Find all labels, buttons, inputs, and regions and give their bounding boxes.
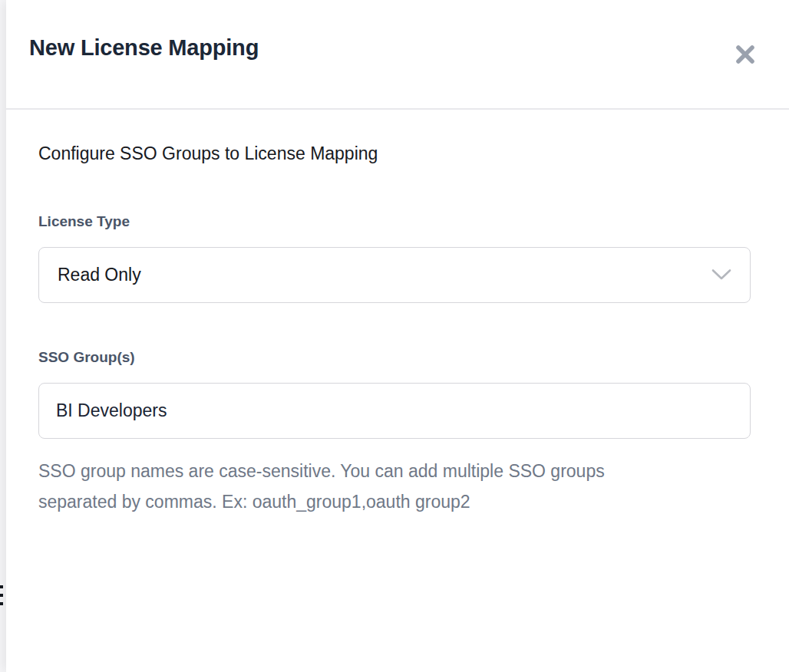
modal-header: New License Mapping: [6, 0, 789, 110]
clipped-list-icon-dash: [0, 594, 3, 597]
sso-groups-help-text: SSO group names are case-sensitive. You …: [38, 456, 687, 517]
modal-description: Configure SSO Groups to License Mapping: [38, 143, 751, 164]
sso-groups-label: SSO Group(s): [38, 349, 751, 366]
chevron-down-icon: [711, 265, 731, 285]
clipped-list-icon-dash: [0, 602, 3, 605]
clipped-list-icon-dash: [0, 585, 3, 588]
modal-title: New License Mapping: [29, 35, 259, 61]
license-type-field-group: License Type Read Only: [38, 213, 751, 303]
license-type-label: License Type: [38, 213, 751, 230]
close-icon: [734, 57, 757, 68]
modal-body: Configure SSO Groups to License Mapping …: [6, 110, 789, 517]
new-license-mapping-modal: New License Mapping Configure SSO Groups…: [6, 0, 789, 672]
sso-groups-input[interactable]: [38, 383, 751, 439]
sso-groups-field-group: SSO Group(s) SSO group names are case-se…: [38, 349, 751, 517]
license-type-select[interactable]: Read Only: [38, 247, 751, 303]
license-type-selected-value: Read Only: [58, 265, 141, 285]
close-button[interactable]: [731, 40, 760, 69]
